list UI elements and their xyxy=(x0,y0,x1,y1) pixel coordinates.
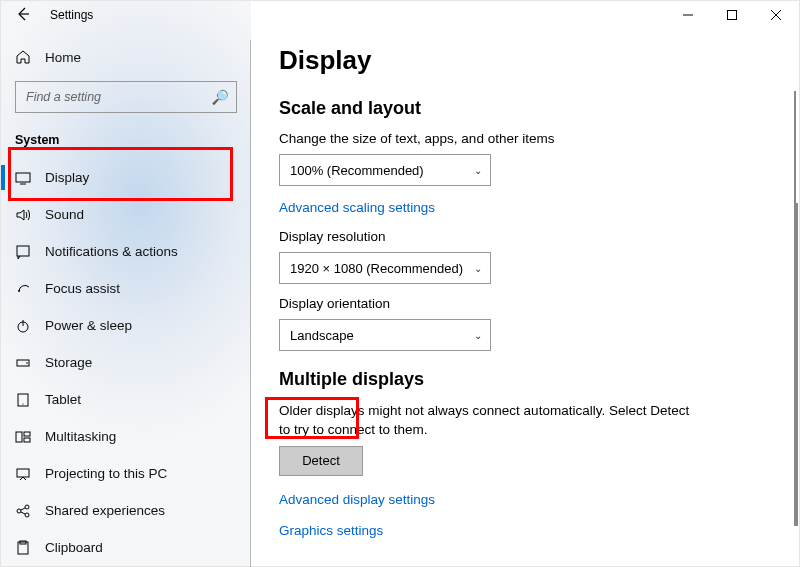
search-input[interactable] xyxy=(15,81,237,113)
sidebar-item-power-sleep[interactable]: Power & sleep xyxy=(1,307,251,344)
graphics-settings-link[interactable]: Graphics settings xyxy=(279,523,383,538)
page-title: Display xyxy=(279,45,771,76)
sidebar-item-label: Focus assist xyxy=(45,281,120,296)
sidebar-item-sound[interactable]: Sound xyxy=(1,196,251,233)
detect-button[interactable]: Detect xyxy=(279,446,363,476)
home-icon xyxy=(15,49,31,65)
scrollbar[interactable] xyxy=(796,203,798,526)
sidebar-item-display[interactable]: Display xyxy=(1,159,251,196)
display-icon xyxy=(15,170,31,186)
advanced-scaling-link[interactable]: Advanced scaling settings xyxy=(279,200,435,215)
maximize-button[interactable] xyxy=(710,1,754,29)
sidebar-item-storage[interactable]: Storage xyxy=(1,344,251,381)
sidebar-item-clipboard[interactable]: Clipboard xyxy=(1,529,251,566)
resolution-label: Display resolution xyxy=(279,229,771,244)
svg-rect-16 xyxy=(24,438,30,442)
svg-line-22 xyxy=(21,512,25,514)
svg-point-20 xyxy=(25,513,29,517)
sidebar-item-label: Storage xyxy=(45,355,92,370)
svg-point-7 xyxy=(18,290,20,292)
minimize-button[interactable] xyxy=(666,1,710,29)
notifications-icon xyxy=(15,244,31,260)
close-button[interactable] xyxy=(754,1,798,29)
svg-point-18 xyxy=(17,509,21,513)
sidebar-item-notifications[interactable]: Notifications & actions xyxy=(1,233,251,270)
svg-point-13 xyxy=(22,403,23,404)
resolution-select[interactable]: 1920 × 1080 (Recommended) ⌄ xyxy=(279,252,491,284)
projecting-icon xyxy=(15,466,31,482)
sidebar-item-label: Display xyxy=(45,170,89,185)
chevron-down-icon: ⌄ xyxy=(474,165,482,176)
sidebar-item-label: Tablet xyxy=(45,392,81,407)
clipboard-icon xyxy=(15,540,31,556)
svg-rect-4 xyxy=(16,173,30,182)
shared-icon xyxy=(15,503,31,519)
svg-rect-14 xyxy=(16,432,22,442)
sidebar-item-label: Sound xyxy=(45,207,84,222)
sidebar-item-multitasking[interactable]: Multitasking xyxy=(1,418,251,455)
sidebar-item-label: Clipboard xyxy=(45,540,103,555)
svg-line-21 xyxy=(21,508,25,510)
sound-icon xyxy=(15,207,31,223)
advanced-display-link[interactable]: Advanced display settings xyxy=(279,492,435,507)
window-controls xyxy=(666,1,798,29)
multiple-displays-desc: Older displays might not always connect … xyxy=(279,402,699,440)
resolution-value: 1920 × 1080 (Recommended) xyxy=(290,261,463,276)
home-label: Home xyxy=(45,50,81,65)
svg-rect-17 xyxy=(17,469,29,477)
sidebar: Home 🔍 System Display Sound xyxy=(1,1,251,566)
tablet-icon xyxy=(15,392,31,408)
window-title: Settings xyxy=(50,8,93,22)
svg-point-19 xyxy=(25,505,29,509)
sidebar-item-label: Shared experiences xyxy=(45,503,165,518)
sidebar-item-label: Notifications & actions xyxy=(45,244,178,259)
sidebar-item-projecting[interactable]: Projecting to this PC xyxy=(1,455,251,492)
scale-label: Change the size of text, apps, and other… xyxy=(279,131,771,146)
sidebar-home[interactable]: Home xyxy=(1,41,251,77)
content-pane: Display Scale and layout Change the size… xyxy=(251,1,799,566)
power-icon xyxy=(15,318,31,334)
sidebar-item-label: Multitasking xyxy=(45,429,116,444)
chevron-down-icon: ⌄ xyxy=(474,330,482,341)
multitasking-icon xyxy=(15,429,31,445)
svg-rect-15 xyxy=(24,432,30,436)
scale-heading: Scale and layout xyxy=(279,98,771,119)
sidebar-item-label: Projecting to this PC xyxy=(45,466,167,481)
svg-point-11 xyxy=(26,362,28,364)
back-button[interactable] xyxy=(12,3,34,28)
sidebar-item-shared-experiences[interactable]: Shared experiences xyxy=(1,492,251,529)
svg-rect-6 xyxy=(17,246,29,256)
orientation-value: Landscape xyxy=(290,328,354,343)
orientation-select[interactable]: Landscape ⌄ xyxy=(279,319,491,351)
scale-select[interactable]: 100% (Recommended) ⌄ xyxy=(279,154,491,186)
sidebar-category: System xyxy=(1,123,251,153)
focus-assist-icon xyxy=(15,281,31,297)
storage-icon xyxy=(15,355,31,371)
chevron-down-icon: ⌄ xyxy=(474,263,482,274)
multiple-displays-heading: Multiple displays xyxy=(279,369,771,390)
sidebar-item-tablet[interactable]: Tablet xyxy=(1,381,251,418)
sidebar-item-label: Power & sleep xyxy=(45,318,132,333)
titlebar: Settings xyxy=(0,0,800,30)
scale-value: 100% (Recommended) xyxy=(290,163,424,178)
svg-rect-1 xyxy=(728,11,737,20)
sidebar-item-focus-assist[interactable]: Focus assist xyxy=(1,270,251,307)
orientation-label: Display orientation xyxy=(279,296,771,311)
